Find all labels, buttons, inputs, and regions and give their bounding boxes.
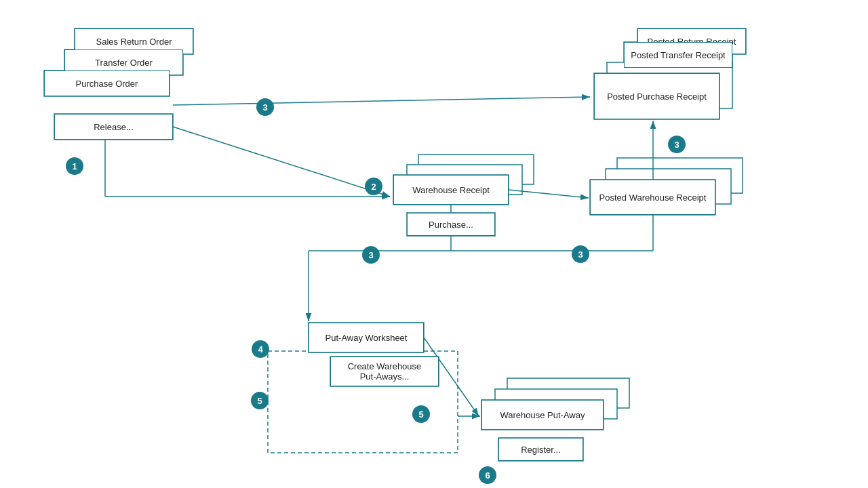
register-box: Register...	[498, 438, 583, 461]
purchase-order-box: Purchase Order	[44, 70, 170, 96]
posted-warehouse-receipt-box: Posted Warehouse Receipt	[590, 180, 715, 215]
badge-3b: 3	[668, 136, 686, 153]
posted-purchase-receipt-box: Posted Purchase Receipt	[594, 73, 719, 119]
posted-transfer-receipt-box: Posted Transfer Receipt	[624, 42, 732, 68]
badge-3a: 3	[256, 98, 274, 116]
warehouse-receipt-box: Warehouse Receipt	[393, 175, 509, 205]
svg-line-25	[509, 190, 589, 198]
purchase-sub-box: Purchase...	[407, 213, 495, 236]
warehouse-putaway-box: Warehouse Put-Away	[481, 400, 604, 430]
create-wh-putaways-box: Create Warehouse Put-Aways...	[330, 357, 439, 386]
badge-1: 1	[66, 157, 83, 175]
badge-5a: 5	[251, 392, 269, 409]
put-away-worksheet-box: Put-Away Worksheet	[309, 323, 424, 352]
badge-2: 2	[365, 178, 382, 195]
svg-line-21	[173, 127, 390, 197]
svg-line-22	[173, 97, 590, 105]
badge-3c: 3	[362, 246, 380, 264]
diagram-container: Sales Return Order Transfer Order Purcha…	[0, 0, 868, 488]
badge-5b: 5	[412, 405, 430, 423]
badge-6: 6	[479, 466, 496, 484]
badge-4: 4	[252, 340, 269, 358]
badge-3d: 3	[572, 245, 589, 263]
release-box: Release...	[54, 114, 173, 140]
